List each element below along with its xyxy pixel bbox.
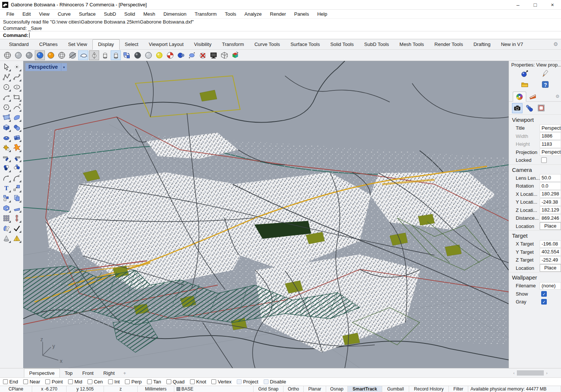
menu-file[interactable]: File — [2, 10, 18, 18]
menu-help[interactable]: Help — [313, 10, 331, 18]
polygon-tool-icon[interactable] — [1, 102, 11, 112]
property-value-field[interactable]: 0.0 — [540, 182, 561, 190]
osnap-disable[interactable]: Disable — [264, 379, 286, 385]
tab-transform[interactable]: Transform — [217, 40, 249, 49]
tab-drafting[interactable]: Drafting — [468, 40, 496, 49]
view-tab-right[interactable]: Right — [98, 368, 119, 377]
tab-mesh-tools[interactable]: Mesh Tools — [394, 40, 429, 49]
osnap-checkbox-vertex[interactable] — [211, 379, 216, 384]
pencil-icon[interactable] — [541, 70, 549, 79]
property-value-field[interactable]: 50.0 — [540, 174, 561, 182]
tab-display[interactable]: Display — [92, 39, 120, 50]
status-filter[interactable]: Filter — [449, 386, 468, 392]
osnap-checkbox-end[interactable] — [3, 379, 8, 384]
fillet-curve-tool-icon[interactable] — [12, 173, 22, 183]
status-osnap[interactable]: Osnap — [326, 386, 348, 392]
surface-tool-icon[interactable] — [1, 112, 11, 122]
menu-subd[interactable]: SubD — [100, 10, 120, 18]
menu-tools[interactable]: Tools — [221, 10, 240, 18]
property-value-field[interactable]: 180.298 — [540, 190, 561, 198]
osnap-checkbox-mid[interactable] — [68, 379, 73, 384]
artistic-bear-icon[interactable] — [78, 50, 88, 60]
menu-analyze[interactable]: Analyze — [240, 10, 266, 18]
capsule-icon[interactable] — [187, 50, 197, 60]
property-value-field[interactable]: 182.129 — [540, 206, 561, 214]
wireframe-icon[interactable] — [2, 50, 12, 60]
status-millimeters[interactable]: Millimeters — [138, 386, 174, 392]
gear-icon[interactable]: ⚙ — [553, 41, 558, 47]
status-cplane[interactable]: CPlane — [0, 386, 32, 392]
boolean-union-tool-icon[interactable] — [1, 203, 11, 213]
property-value-field[interactable]: -196.08 — [540, 240, 561, 248]
property-value-field[interactable]: 1886 — [540, 132, 561, 140]
object-properties-icon[interactable] — [521, 70, 529, 79]
rectangle-tool-icon[interactable] — [12, 92, 22, 102]
technical-icon[interactable] — [100, 50, 110, 60]
menu-dimension[interactable]: Dimension — [159, 10, 190, 18]
osnap-point[interactable]: Point — [45, 379, 63, 385]
tab-cplanes[interactable]: CPlanes — [34, 40, 63, 49]
status-smarttrack[interactable]: SmartTrack — [348, 386, 382, 392]
ghosted-icon[interactable] — [56, 50, 67, 60]
pen-display-icon[interactable] — [89, 50, 99, 60]
status-y[interactable]: y 12.505 — [67, 386, 104, 392]
patch-tool-icon[interactable] — [12, 133, 22, 142]
osnap-cen[interactable]: Cen — [88, 379, 103, 385]
menu-view[interactable]: View — [35, 10, 53, 18]
property-value-field[interactable]: Perspect — [540, 148, 561, 156]
chevron-down-icon[interactable]: ▾ — [61, 63, 67, 71]
minimize-button[interactable]: – — [509, 0, 527, 9]
scroll-left-icon[interactable]: ‹ — [511, 371, 517, 375]
status-z[interactable]: z — [104, 386, 138, 392]
status-available[interactable]: Available physical memory: 44477 MB — [468, 386, 561, 392]
monitor-icon[interactable] — [208, 50, 218, 60]
status-gumball[interactable]: Gumball — [382, 386, 409, 392]
view-tab-perspective[interactable]: Perspective — [24, 368, 60, 377]
show-checkbox[interactable]: ✓ — [541, 291, 547, 297]
extrude-tool-icon[interactable] — [12, 203, 22, 213]
linked-spheres-button[interactable] — [524, 103, 534, 113]
sphere-tool-icon[interactable] — [12, 123, 22, 132]
cone-tool-icon[interactable] — [1, 234, 11, 243]
menu-solid[interactable]: Solid — [120, 10, 139, 18]
display-mode-tab[interactable] — [526, 91, 540, 101]
tab-solid-tools[interactable]: Solid Tools — [325, 40, 359, 49]
osnap-checkbox-cen[interactable] — [88, 379, 92, 384]
color-wheel-tab[interactable] — [513, 92, 526, 102]
osnap-vertex[interactable]: Vertex — [211, 379, 232, 385]
select-tool-icon[interactable] — [1, 62, 11, 72]
menu-curve[interactable]: Curve — [53, 10, 75, 18]
camera-sphere-icon[interactable] — [176, 50, 186, 60]
tab-visibility[interactable]: Visibility — [189, 40, 217, 49]
gear-plugin-tool-icon[interactable] — [1, 143, 11, 152]
tab-viewport-layout[interactable]: Viewport Layout — [144, 40, 189, 49]
add-viewport-icon[interactable]: + — [120, 370, 130, 376]
osnap-near[interactable]: Near — [23, 379, 40, 385]
osnap-quad[interactable]: Quad — [166, 379, 185, 385]
menu-panels[interactable]: Panels — [290, 10, 313, 18]
status-planar[interactable]: Planar — [304, 386, 326, 392]
torus-tool-icon[interactable] — [1, 133, 11, 142]
properties-scrollbar[interactable]: ‹ › — [511, 370, 560, 376]
copy-tool-icon[interactable] — [12, 193, 22, 203]
curved-surface-tool-icon[interactable] — [12, 112, 22, 122]
tab-curve-tools[interactable]: Curve Tools — [249, 40, 285, 49]
render-dark-icon[interactable] — [132, 50, 142, 60]
location-button[interactable]: Place — [540, 264, 561, 272]
arc-tool-icon[interactable] — [1, 92, 11, 102]
block-tool-icon[interactable] — [1, 193, 11, 203]
glow-sphere-icon[interactable] — [154, 50, 164, 60]
osnap-mid[interactable]: Mid — [68, 379, 82, 385]
cube-color-icon[interactable] — [230, 50, 240, 60]
menu-surface[interactable]: Surface — [75, 10, 100, 18]
help-icon[interactable]: ? — [541, 80, 549, 90]
xray-icon[interactable] — [67, 50, 77, 60]
status-x[interactable]: x -6.270 — [32, 386, 67, 392]
shaded-icon[interactable] — [13, 50, 23, 60]
property-value-field[interactable]: 1183 — [540, 141, 561, 148]
menu-transform[interactable]: Transform — [190, 10, 221, 18]
property-value-field[interactable]: -252.49 — [540, 256, 561, 264]
osnap-checkbox-knot[interactable] — [190, 379, 195, 384]
scroll-right-icon[interactable]: › — [544, 371, 550, 375]
explode-tool-icon[interactable] — [12, 143, 22, 152]
